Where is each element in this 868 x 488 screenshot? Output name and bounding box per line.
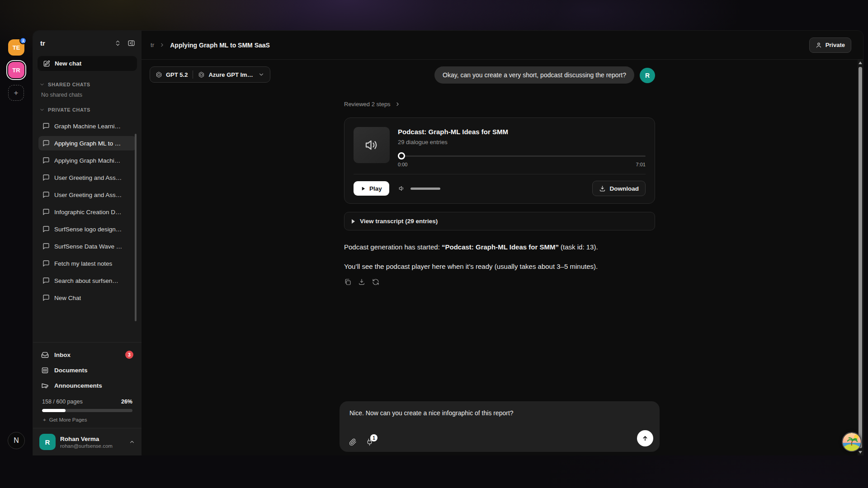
download-icon	[599, 185, 606, 192]
palm-island-icon	[843, 433, 861, 451]
download-response-icon[interactable]	[358, 278, 365, 286]
user-avatar: R	[640, 68, 655, 83]
chat-list-item[interactable]: SurfSense logo design…	[38, 222, 136, 236]
seek-knob[interactable]	[398, 152, 405, 160]
breadcrumb-chat-title: Applying Graph ML to SMM SaaS	[170, 42, 270, 49]
view-transcript-toggle[interactable]: View transcript (29 entries)	[344, 212, 655, 230]
seek-track	[398, 155, 646, 157]
current-time: 0:00	[398, 162, 407, 167]
documents-label: Documents	[54, 367, 88, 374]
sidebar-item-documents[interactable]: Documents	[38, 362, 136, 378]
chat-bubble-icon	[42, 157, 50, 164]
send-button[interactable]	[637, 430, 653, 446]
user-message-row: Okay, can you create a very short, podca…	[344, 66, 655, 84]
chat-list-item[interactable]: New Chat	[38, 291, 136, 305]
shared-chats-section-header[interactable]: SHARED CHATS	[38, 79, 136, 90]
chevron-down-icon	[39, 82, 45, 87]
breadcrumb-workspace[interactable]: tr	[151, 42, 154, 48]
volume-icon[interactable]	[398, 185, 406, 192]
app-logo-button[interactable]: N	[8, 432, 25, 449]
message-composer[interactable]: Nice. Now can you create a nice infograp…	[340, 401, 660, 452]
regenerate-icon[interactable]	[372, 278, 379, 286]
chat-item-label: Applying Graph Machi…	[54, 157, 120, 164]
workspace-avatar-te[interactable]: TE	[8, 39, 24, 56]
chat-list-item-active[interactable]: Applying Graph ML to …	[38, 136, 136, 150]
privacy-toggle-button[interactable]: Private	[809, 38, 851, 53]
copy-icon[interactable]	[344, 278, 351, 286]
main-panel: tr Applying Graph ML to SMM SaaS Private…	[142, 31, 863, 455]
chat-bubble-icon	[42, 277, 50, 284]
scroll-down-arrow[interactable]	[859, 450, 862, 455]
chevron-right-icon	[395, 101, 401, 107]
seek-slider[interactable]	[398, 152, 646, 160]
chevron-right-icon	[159, 42, 165, 48]
podcast-player-card: Podcast: Graph-ML Ideas for SMM 29 dialo…	[344, 117, 655, 204]
chat-list-item[interactable]: Fetch my latest notes	[38, 256, 136, 271]
chat-bubble-icon	[42, 191, 50, 198]
person-icon	[816, 42, 822, 48]
plus-icon: +	[43, 417, 46, 422]
chat-item-label: Graph Machine Learni…	[54, 123, 121, 130]
vacation-mode-widget[interactable]	[842, 432, 862, 452]
workspace-switcher-icon[interactable]	[114, 40, 121, 47]
profile-menu-button[interactable]: R Rohan Verma rohan@surfsense.com	[33, 428, 142, 455]
new-chat-icon	[43, 60, 50, 67]
reviewed-steps-label: Reviewed 2 steps	[344, 101, 391, 108]
desktop-background: TE TR + N tr	[0, 0, 868, 488]
status-message-2: You’ll see the podcast player here when …	[344, 262, 598, 271]
sidebar: tr New chat SHARED CHATS No	[33, 31, 142, 455]
podcast-subtitle: 29 dialogue entries	[398, 139, 646, 145]
download-button[interactable]: Download	[592, 181, 646, 196]
reviewed-steps-toggle[interactable]: Reviewed 2 steps	[344, 101, 401, 108]
chat-item-label: Infographic Creation D…	[54, 209, 122, 216]
scrollbar-thumb[interactable]	[859, 67, 862, 448]
page-scrollbar	[858, 60, 863, 455]
private-chats-section-header[interactable]: PRIVATE CHATS	[38, 104, 136, 115]
workspace-avatar-te-label: TE	[13, 44, 20, 51]
chat-list-item[interactable]: User Greeting and Ass…	[38, 188, 136, 202]
collapse-sidebar-icon[interactable]	[127, 39, 135, 47]
private-chats-label: PRIVATE CHATS	[48, 107, 90, 113]
sidebar-scrollbar-thumb[interactable]	[135, 134, 137, 321]
sidebar-header: tr	[33, 31, 142, 55]
inbox-unread-badge: 3	[125, 351, 133, 359]
chat-item-label: New Chat	[54, 295, 81, 301]
play-button[interactable]: Play	[354, 181, 389, 196]
get-more-pages-button[interactable]: + Get More Pages	[42, 417, 132, 422]
sidebar-item-inbox[interactable]: Inbox 3	[38, 347, 136, 362]
chat-item-label: User Greeting and Ass…	[54, 174, 122, 181]
new-chat-button[interactable]: New chat	[38, 56, 137, 71]
app-logo-letter: N	[14, 436, 19, 445]
plus-icon: +	[14, 89, 19, 98]
workspace-avatar-tr-active[interactable]: TR	[8, 62, 24, 78]
main-header: tr Applying Graph ML to SMM SaaS Private	[142, 31, 863, 60]
attach-file-icon[interactable]	[349, 438, 357, 446]
chat-list-item[interactable]: Applying Graph Machi…	[38, 153, 136, 168]
chat-list-item[interactable]: Search about surfsen…	[38, 273, 136, 288]
chat-list-item[interactable]: SurfSense Data Wave …	[38, 239, 136, 253]
sidebar-bottom-nav: Inbox 3 Documents Announcements	[33, 342, 142, 428]
add-workspace-button[interactable]: +	[8, 85, 24, 101]
play-label: Play	[369, 185, 382, 192]
composer-input[interactable]: Nice. Now can you create a nice infograp…	[340, 401, 660, 419]
podcast-thumbnail	[354, 127, 390, 163]
connectors-button[interactable]: 1	[366, 438, 373, 446]
scroll-up-arrow[interactable]	[859, 61, 862, 65]
connectors-count-badge: 1	[370, 434, 377, 441]
chat-list-item[interactable]: Graph Machine Learni…	[38, 119, 136, 133]
get-more-pages-label: Get More Pages	[49, 417, 87, 422]
arrow-up-icon	[642, 435, 649, 442]
chat-bubble-icon	[42, 225, 50, 233]
sidebar-item-announcements[interactable]: Announcements	[38, 378, 136, 393]
chat-list-item[interactable]: Infographic Creation D…	[38, 205, 136, 219]
chat-list-item[interactable]: User Greeting and Ass…	[38, 170, 136, 185]
usage-meter: 158 / 600 pages 26% + Get More Pages	[38, 393, 136, 426]
documents-icon	[41, 366, 49, 374]
volume-slider[interactable]	[410, 188, 440, 190]
workspace-rail: TE TR + N	[5, 30, 33, 455]
workspace-name: tr	[40, 39, 108, 47]
chat-bubble-icon	[42, 208, 50, 216]
new-chat-label: New chat	[55, 60, 81, 67]
pages-progress-fill	[42, 409, 66, 412]
pages-percent-label: 26%	[121, 399, 132, 405]
